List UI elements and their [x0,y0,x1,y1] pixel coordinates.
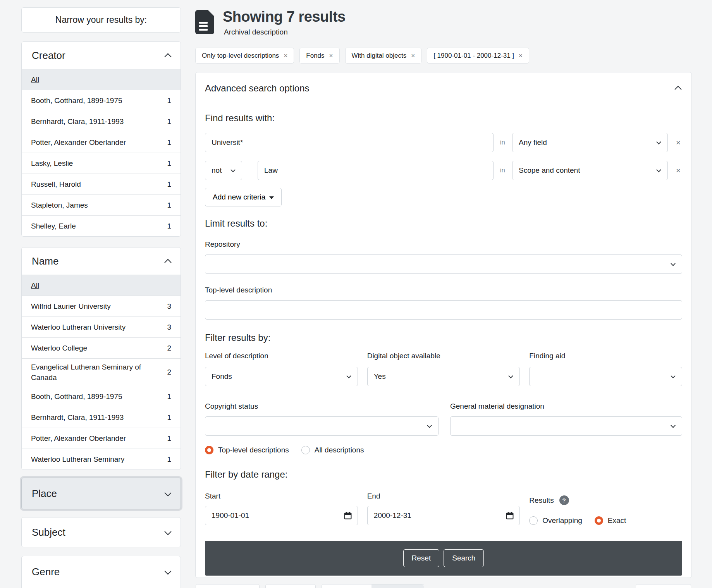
facet-place-header[interactable]: Place [22,478,181,509]
facet-item[interactable]: Lasky, Leslie 1 [22,153,181,174]
facet-item[interactable]: Potter, Alexander Oberlander 1 [22,428,181,449]
start-date-input[interactable] [205,506,358,525]
facet-item[interactable]: Shelley, Earle 1 [22,215,181,236]
facet-item[interactable]: Bernhardt, Clara, 1911-1993 1 [22,407,181,428]
remove-filter-icon[interactable]: × [411,52,415,60]
filter-tag-label: [ 1900-01-01 - 2000-12-31 ] [433,52,514,60]
cutoff-control[interactable] [196,584,260,588]
facet-name-header[interactable]: Name [22,248,181,275]
advanced-search-title: Advanced search options [205,83,310,94]
remove-criteria-icon[interactable]: × [674,138,682,147]
chevron-up-icon [674,86,681,93]
level-of-description-select[interactable]: Fonds [205,367,358,386]
help-icon[interactable]: ? [559,495,569,505]
top-level-descriptions-radio[interactable] [205,446,213,454]
operator-select-value: not [212,166,222,175]
operator-select[interactable]: not [205,161,242,180]
repository-select[interactable] [205,254,682,274]
facet-item-label: All [31,280,39,291]
copyright-status-select[interactable] [205,416,439,436]
facet-item[interactable]: Bernhardt, Clara, 1911-1993 1 [22,111,181,132]
exact-radio[interactable] [595,516,603,525]
chevron-down-icon [671,261,676,266]
filter-tag-label: Only top-level descriptions [202,52,279,60]
field-select-value: Scope and content [519,166,580,175]
facet-item-count: 1 [167,96,171,105]
archival-description-icon [195,10,214,34]
facet-item[interactable]: Waterloo College 2 [22,337,181,358]
facet-item-label: Wilfrid Laurier University [31,301,111,311]
page-subtitle: Archival description [224,28,346,36]
page-title: Showing 7 results [223,9,346,25]
facet-item[interactable]: Russell, Harold 1 [22,174,181,194]
cutoff-control[interactable] [322,584,424,588]
add-new-criteria-button[interactable]: Add new criteria [205,188,282,206]
chevron-down-icon [656,139,661,144]
in-label: in [500,167,505,174]
remove-filter-icon[interactable]: × [284,52,287,60]
finding-aid-select[interactable] [529,367,682,386]
caret-down-icon [269,196,274,199]
results-label: Results [529,496,554,505]
field-select[interactable]: Any field [512,133,668,152]
repository-label: Repository [205,240,682,249]
sidebar-title: Narrow your results by: [21,7,181,33]
all-descriptions-radio-label[interactable]: All descriptions [315,446,364,454]
chevron-down-icon [230,167,236,172]
facet-item-label: Lasky, Leslie [31,158,73,168]
search-button[interactable]: Search [444,549,484,567]
top-level-description-input[interactable] [205,300,682,320]
query-input[interactable] [258,161,494,180]
facet-genre-header[interactable]: Genre [22,556,181,587]
facet-genre: Genre [21,556,181,588]
remove-filter-icon[interactable]: × [519,52,523,60]
calendar-icon[interactable] [506,511,514,520]
facet-creator-header[interactable]: Creator [22,42,181,69]
facet-item[interactable]: Booth, Gotthard, 1899-1975 1 [22,90,181,111]
query-input[interactable] [205,133,494,152]
reset-button[interactable]: Reset [403,549,440,567]
facet-name-all[interactable]: All [22,275,181,296]
calendar-icon[interactable] [344,511,352,520]
end-date-input[interactable] [367,506,520,525]
facet-item[interactable]: Wilfrid Laurier University 3 [22,296,181,316]
chevron-down-icon [427,423,432,428]
general-material-designation-select[interactable] [450,416,682,436]
facet-item-count: 1 [167,201,171,210]
icon-line [199,29,208,31]
digital-object-available-select[interactable]: Yes [367,367,520,386]
all-descriptions-radio[interactable] [301,446,310,454]
facet-item[interactable]: Booth, Gotthard, 1899-1975 1 [22,386,181,407]
facet-item[interactable]: Stapleton, James 1 [22,194,181,215]
overlapping-radio-label[interactable]: Overlapping [542,516,582,525]
facet-item[interactable]: Waterloo Lutheran University 3 [22,316,181,337]
search-criteria-row: not in Scope and content × [205,161,682,180]
add-new-criteria-label: Add new criteria [213,193,265,201]
remove-criteria-icon[interactable]: × [674,166,682,175]
facet-item-count: 2 [167,368,171,377]
facet-creator-all[interactable]: All [22,69,181,90]
remove-filter-icon[interactable]: × [329,52,333,60]
facet-subject-label: Subject [32,526,65,538]
icon-line [199,22,208,24]
cutoff-control[interactable] [265,584,316,588]
facet-item[interactable]: Evangelical Lutheran Seminary of Canada … [22,358,181,386]
facet-item[interactable]: Waterloo Lutheran Seminary 1 [22,449,181,469]
overlapping-radio[interactable] [529,516,538,525]
results-mode-radios: Overlapping Exact [529,516,682,525]
facet-item-count: 2 [167,344,171,352]
facet-item-count: 3 [167,323,171,332]
chevron-down-icon [656,167,661,172]
search-criteria-row: in Any field × [205,133,682,152]
facet-item-label: Bernhardt, Clara, 1911-1993 [31,412,124,423]
top-level-descriptions-radio-label[interactable]: Top-level descriptions [218,446,289,454]
cutoff-control[interactable] [636,584,691,588]
facet-subject-header[interactable]: Subject [22,518,181,547]
end-label: End [367,492,520,501]
chevron-up-icon [164,53,171,60]
field-select[interactable]: Scope and content [512,161,668,180]
search-actions-bar: Reset Search [205,541,682,576]
facet-item[interactable]: Potter, Alexander Oberlander 1 [22,132,181,153]
advanced-search-header[interactable]: Advanced search options [196,72,691,104]
exact-radio-label[interactable]: Exact [608,516,626,525]
